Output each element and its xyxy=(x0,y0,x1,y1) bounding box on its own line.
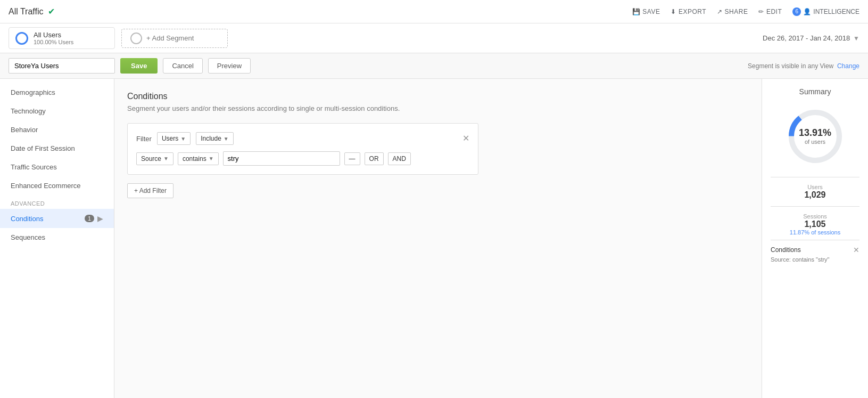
edit-segment-bar: Save Cancel Preview Segment is visible i… xyxy=(0,53,868,79)
visibility-change-link[interactable]: Change xyxy=(837,62,859,70)
users-stat-value: 1,029 xyxy=(771,190,859,200)
sidebar-label-conditions: Conditions xyxy=(11,215,43,223)
sessions-stat-label: Sessions xyxy=(771,213,859,220)
sidebar-item-demographics[interactable]: Demographics xyxy=(0,83,114,102)
add-filter-button[interactable]: + Add Filter xyxy=(127,183,173,198)
summary-title: Summary xyxy=(771,87,859,96)
source-dropdown[interactable]: Source ▼ xyxy=(136,152,173,165)
add-segment-button[interactable]: + Add Segment xyxy=(121,29,228,48)
conditions-summary-close[interactable]: ✕ xyxy=(853,246,859,254)
sidebar-item-enhanced-ecommerce[interactable]: Enhanced Ecommerce xyxy=(0,176,114,195)
sidebar-item-date-of-first-session[interactable]: Date of First Session xyxy=(0,139,114,158)
filter-remove-button[interactable]: — xyxy=(344,152,360,165)
intelligence-icon: 👤 xyxy=(803,8,811,15)
sessions-stat-value: 1,105 xyxy=(771,220,859,229)
sidebar-label-technology: Technology xyxy=(11,107,46,115)
cancel-button[interactable]: Cancel xyxy=(163,58,202,74)
sidebar-item-technology[interactable]: Technology xyxy=(0,102,114,120)
segment-left: All Users 100.00% Users + Add Segment xyxy=(9,27,228,49)
filter-label: Filter xyxy=(136,135,152,143)
save-button[interactable]: Save xyxy=(120,58,158,74)
top-bar-actions: 💾 SAVE ⬇ EXPORT ↗ SHARE ✏ EDIT 6 👤 INTEL… xyxy=(632,7,859,16)
main-content: Demographics Technology Behavior Date of… xyxy=(0,79,868,398)
intelligence-action[interactable]: 6 👤 INTELLIGENCE xyxy=(792,7,859,16)
summary-panel: Summary 13.91% of users Users 1,029 Sess… xyxy=(762,79,868,398)
share-label: SHARE xyxy=(725,8,748,15)
segment-visibility: Segment is visible in any View Change xyxy=(748,62,859,70)
intelligence-badge: 6 xyxy=(792,7,801,16)
intelligence-label: INTELLIGENCE xyxy=(813,8,859,15)
close-filter-button[interactable]: ✕ xyxy=(462,134,469,143)
visibility-text: Segment is visible in any View xyxy=(748,62,833,70)
sessions-stat-sub: 11.87% of sessions xyxy=(771,229,859,235)
date-range-text: Dec 26, 2017 - Jan 24, 2018 xyxy=(763,34,850,42)
operator-dropdown[interactable]: contains ▼ xyxy=(178,152,219,165)
source-dropdown-value: Source xyxy=(141,155,161,163)
segment-pct: 100.00% Users xyxy=(34,39,73,45)
filter-row: Source ▼ contains ▼ — OR AND xyxy=(136,151,469,166)
sidebar-item-traffic-sources[interactable]: Traffic Sources xyxy=(0,158,114,176)
page-title: All Traffic xyxy=(9,7,44,17)
filter-or-button[interactable]: OR xyxy=(365,152,384,165)
summary-divider-1 xyxy=(771,177,859,177)
share-icon: ↗ xyxy=(717,8,723,15)
users-stat: Users 1,029 xyxy=(771,184,859,200)
sessions-stat: Sessions 1,105 11.87% of sessions xyxy=(771,213,859,235)
filter-and-button[interactable]: AND xyxy=(388,152,411,165)
donut-percentage: 13.91% xyxy=(799,128,831,139)
sidebar-label-date-of-first-session: Date of First Session xyxy=(11,144,75,152)
all-users-chip[interactable]: All Users 100.00% Users xyxy=(9,27,115,49)
users-dropdown-chevron: ▼ xyxy=(180,136,186,142)
conditions-summary: Conditions ✕ Source: contains "stry" xyxy=(771,240,859,263)
sidebar-label-sequences: Sequences xyxy=(11,233,45,241)
filter-container: Filter Users ▼ Include ▼ ✕ Source ▼ xyxy=(127,123,478,175)
export-action[interactable]: ⬇ EXPORT xyxy=(671,8,706,15)
donut-chart: 13.91% of users xyxy=(783,104,847,168)
include-dropdown[interactable]: Include ▼ xyxy=(196,132,234,145)
sidebar-advanced-label: Advanced xyxy=(0,195,114,209)
sidebar-item-conditions[interactable]: Conditions 1 ▶ xyxy=(0,209,114,228)
operator-dropdown-chevron: ▼ xyxy=(209,156,214,161)
segment-name-input[interactable] xyxy=(9,58,115,74)
users-dropdown[interactable]: Users ▼ xyxy=(157,132,191,145)
conditions-title: Conditions xyxy=(127,92,749,101)
filter-value-input[interactable] xyxy=(223,151,340,166)
segment-name: All Users xyxy=(34,31,73,39)
conditions-summary-text: Source: contains "stry" xyxy=(771,256,859,263)
conditions-summary-header: Conditions ✕ xyxy=(771,246,859,254)
segment-info: All Users 100.00% Users xyxy=(34,31,73,45)
edit-action[interactable]: ✏ EDIT xyxy=(758,8,782,15)
summary-divider-2 xyxy=(771,206,859,207)
edit-icon: ✏ xyxy=(758,8,764,15)
save-action[interactable]: 💾 SAVE xyxy=(632,8,660,15)
sidebar-label-demographics: Demographics xyxy=(11,88,55,96)
sidebar-item-sequences[interactable]: Sequences xyxy=(0,228,114,247)
save-icon: 💾 xyxy=(632,8,641,15)
sidebar-label-enhanced-ecommerce: Enhanced Ecommerce xyxy=(11,182,81,190)
segment-circle xyxy=(15,32,28,45)
export-icon: ⬇ xyxy=(671,8,676,15)
operator-dropdown-value: contains xyxy=(183,155,206,163)
users-stat-label: Users xyxy=(771,184,859,190)
include-dropdown-chevron: ▼ xyxy=(224,136,229,142)
add-segment-label: + Add Segment xyxy=(146,34,194,42)
share-action[interactable]: ↗ SHARE xyxy=(717,8,748,15)
conditions-active-arrow: ▶ xyxy=(97,214,103,223)
verified-icon: ✔ xyxy=(48,6,55,17)
filter-header: Filter Users ▼ Include ▼ ✕ xyxy=(136,132,469,145)
conditions-summary-title: Conditions xyxy=(771,246,801,254)
preview-button[interactable]: Preview xyxy=(208,58,251,74)
add-segment-circle xyxy=(130,33,142,44)
date-range-picker[interactable]: Dec 26, 2017 - Jan 24, 2018 ▼ xyxy=(763,34,859,42)
save-label: SAVE xyxy=(642,8,660,15)
sidebar-item-behavior[interactable]: Behavior xyxy=(0,120,114,139)
conditions-badge: 1 xyxy=(85,215,94,222)
users-dropdown-value: Users xyxy=(162,135,178,142)
sidebar: Demographics Technology Behavior Date of… xyxy=(0,79,114,398)
top-bar: All Traffic ✔ 💾 SAVE ⬇ EXPORT ↗ SHARE ✏ … xyxy=(0,0,868,23)
segment-bar: All Users 100.00% Users + Add Segment De… xyxy=(0,23,868,53)
filter-header-left: Filter Users ▼ Include ▼ xyxy=(136,132,234,145)
top-bar-left: All Traffic ✔ xyxy=(9,6,55,17)
include-dropdown-value: Include xyxy=(201,135,221,142)
donut-center: 13.91% of users xyxy=(799,128,831,145)
